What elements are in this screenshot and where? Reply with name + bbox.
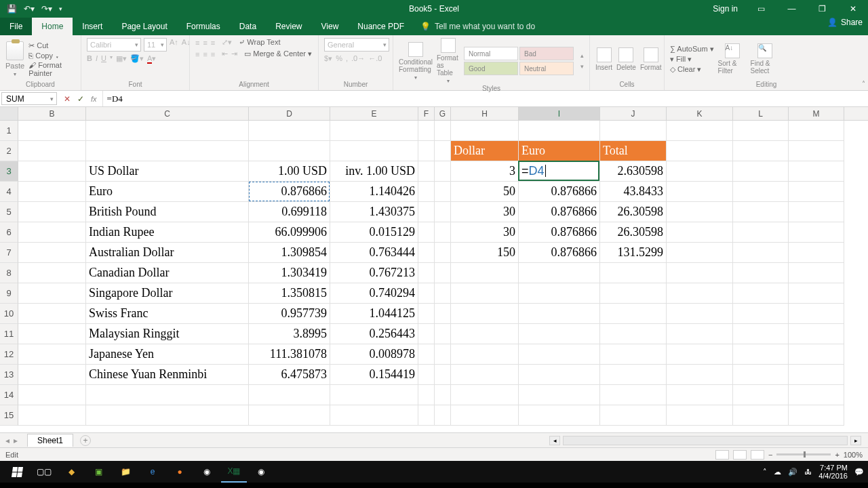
name-box[interactable]: SUM — [1, 92, 57, 105]
tray-chevron-icon[interactable]: ˄ — [763, 468, 767, 476]
row-header-8[interactable]: 8 — [0, 263, 18, 283]
cell-H3[interactable]: 3 — [451, 161, 519, 182]
cell-G12[interactable] — [435, 344, 451, 365]
taskbar-firefox[interactable]: ● — [167, 461, 193, 483]
style-normal[interactable]: Normal — [464, 47, 518, 60]
sheet-nav-prev-icon[interactable]: ◂ — [5, 436, 9, 445]
cut-button[interactable]: ✂ Cut — [28, 41, 48, 50]
cell-C12[interactable]: Japanese Yen — [86, 344, 249, 365]
taskbar-file-explorer[interactable]: 📁 — [113, 461, 138, 483]
redo-icon[interactable]: ↷▾ — [41, 4, 52, 14]
cell-G13[interactable] — [435, 365, 451, 385]
cell-M8[interactable] — [789, 263, 844, 283]
column-header-B[interactable]: B — [18, 107, 86, 120]
cell-I7[interactable]: 0.876866 — [519, 243, 600, 263]
taskbar-excel[interactable]: X▦ — [221, 461, 247, 483]
insert-cells-button[interactable]: Insert — [595, 47, 612, 71]
increase-indent-icon[interactable]: ⇥ — [231, 49, 237, 58]
row-header-14[interactable]: 14 — [0, 385, 18, 405]
row-header-9[interactable]: 9 — [0, 283, 18, 304]
cell-C5[interactable]: British Pound — [86, 202, 249, 222]
align-left-icon[interactable]: ≡ — [195, 50, 199, 58]
cell-C13[interactable]: Chinese Yuan Renminbi — [86, 365, 249, 385]
cell-B14[interactable] — [18, 385, 86, 405]
cell-B10[interactable] — [18, 304, 86, 324]
cell-E6[interactable]: 0.015129 — [330, 222, 418, 243]
column-header-J[interactable]: J — [600, 107, 667, 120]
taskbar-chrome-2[interactable]: ◉ — [248, 461, 274, 483]
zoom-slider-track[interactable] — [776, 453, 831, 455]
format-cells-button[interactable]: Format — [640, 47, 662, 71]
cell-B11[interactable] — [18, 324, 86, 344]
cell-E8[interactable]: 0.767213 — [330, 263, 418, 283]
cell-I6[interactable]: 0.876866 — [519, 222, 600, 243]
cell-C15[interactable] — [86, 405, 249, 426]
hscroll-left-icon[interactable]: ◂ — [549, 436, 560, 445]
tab-page-layout[interactable]: Page Layout — [112, 18, 176, 35]
cell-C14[interactable] — [86, 385, 249, 405]
cell-B1[interactable] — [18, 121, 86, 141]
cell-G9[interactable] — [435, 283, 451, 304]
minimize-button[interactable]: ― — [776, 0, 807, 18]
tray-clock[interactable]: 7:47 PM4/4/2016 — [818, 464, 848, 480]
cell-L13[interactable] — [733, 365, 789, 385]
cell-M5[interactable] — [789, 202, 844, 222]
cell-C4[interactable]: Euro — [86, 182, 249, 202]
cancel-edit-icon[interactable]: ✕ — [64, 94, 71, 104]
cell-B9[interactable] — [18, 283, 86, 304]
hscroll-track[interactable] — [563, 436, 848, 445]
cell-H6[interactable]: 30 — [451, 222, 519, 243]
accounting-format-icon[interactable]: $▾ — [324, 54, 332, 63]
cell-E14[interactable] — [330, 385, 418, 405]
tray-volume-icon[interactable]: 🔊 — [788, 468, 797, 476]
cell-D4[interactable]: 0.876866 — [249, 182, 330, 202]
sheet-tab-sheet1[interactable]: Sheet1 — [27, 434, 73, 447]
cell-M2[interactable] — [789, 141, 844, 161]
cell-F10[interactable] — [418, 304, 435, 324]
wrap-text-button[interactable]: ⤶ Wrap Text — [239, 38, 280, 47]
cell-F6[interactable] — [418, 222, 435, 243]
cell-I8[interactable] — [519, 263, 600, 283]
cell-M7[interactable] — [789, 243, 844, 263]
cell-M13[interactable] — [789, 365, 844, 385]
enter-edit-icon[interactable]: ✓ — [77, 94, 84, 104]
cell-M9[interactable] — [789, 283, 844, 304]
find-select-button[interactable]: 🔍Find & Select — [751, 43, 779, 75]
cell-C3[interactable]: US Dollar — [86, 161, 249, 182]
cell-K3[interactable] — [667, 161, 733, 182]
cell-B7[interactable] — [18, 243, 86, 263]
copy-button[interactable]: ⎘ Copy ▾ — [28, 52, 60, 60]
cell-D11[interactable]: 3.8995 — [249, 324, 330, 344]
cell-J6[interactable]: 26.30598 — [600, 222, 667, 243]
cell-F3[interactable] — [418, 161, 435, 182]
cell-F5[interactable] — [418, 202, 435, 222]
cell-J10[interactable] — [600, 304, 667, 324]
cell-J8[interactable] — [600, 263, 667, 283]
cell-I14[interactable] — [519, 385, 600, 405]
cell-J9[interactable] — [600, 283, 667, 304]
row-header-15[interactable]: 15 — [0, 405, 18, 426]
cell-K9[interactable] — [667, 283, 733, 304]
font-name-combo[interactable]: Calibri — [87, 38, 141, 52]
ribbon-options-icon[interactable]: ▭ — [746, 0, 776, 18]
taskbar-chrome-1[interactable]: ◉ — [194, 461, 220, 483]
row-header-12[interactable]: 12 — [0, 344, 18, 365]
cell-K6[interactable] — [667, 222, 733, 243]
cell-D13[interactable]: 6.475873 — [249, 365, 330, 385]
row-header-2[interactable]: 2 — [0, 141, 18, 161]
fill-button[interactable]: ▾ Fill ▾ — [670, 55, 692, 64]
cell-L9[interactable] — [733, 283, 789, 304]
cell-B2[interactable] — [18, 141, 86, 161]
column-header-E[interactable]: E — [330, 107, 418, 120]
cell-B4[interactable] — [18, 182, 86, 202]
select-all-corner[interactable] — [0, 107, 18, 120]
taskbar-app-1[interactable]: ◆ — [58, 461, 84, 483]
cell-F12[interactable] — [418, 344, 435, 365]
cell-G5[interactable] — [435, 202, 451, 222]
cell-H4[interactable]: 50 — [451, 182, 519, 202]
cell-C7[interactable]: Australian Dollar — [86, 243, 249, 263]
cell-G2[interactable] — [435, 141, 451, 161]
autosum-button[interactable]: ∑ AutoSum ▾ — [670, 45, 714, 54]
sheet-nav-next-icon[interactable]: ▸ — [14, 436, 18, 445]
cell-I9[interactable] — [519, 283, 600, 304]
